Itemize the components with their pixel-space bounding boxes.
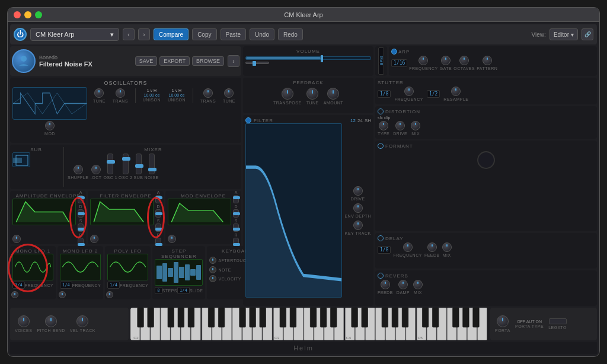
amplitude-env-knob[interactable]	[12, 235, 21, 243]
filter-power[interactable]	[245, 117, 251, 123]
osc2-fader[interactable]	[123, 154, 129, 174]
filter-decay-slider[interactable]	[155, 209, 161, 218]
mod-decay-slider[interactable]	[233, 209, 239, 218]
osc1-fader[interactable]	[107, 154, 113, 174]
formant-power[interactable]	[378, 143, 384, 149]
filter-slope1[interactable]: 12	[350, 118, 356, 123]
stutter-frequency-knob[interactable]: FREQUENCY	[394, 87, 423, 101]
noise-fader[interactable]	[149, 154, 155, 174]
filter-envelope-label: FILTER ENVELOPE	[90, 193, 161, 199]
step-bar-5[interactable]	[179, 267, 184, 279]
step-bar-7[interactable]	[190, 269, 196, 276]
pitch-bend-knob[interactable]: PITCH BEND	[37, 315, 65, 333]
editor-view-button[interactable]: Editor ▾	[550, 28, 578, 40]
poly-lfo-knob[interactable]	[106, 291, 113, 298]
redo-button[interactable]: Redo	[278, 28, 303, 40]
osc1-trans-knob[interactable]: TRANS	[113, 88, 128, 103]
export-button[interactable]: EXPORT	[159, 56, 190, 66]
step-bar-3[interactable]	[168, 268, 173, 277]
svg-rect-59	[392, 308, 398, 327]
undo-button[interactable]: Undo	[250, 28, 274, 40]
svg-rect-53	[310, 308, 317, 327]
formant-dial[interactable]	[477, 151, 495, 169]
arp-octaves-knob[interactable]: OCTAVES	[453, 56, 475, 71]
preset-nav-arrow[interactable]: ›	[228, 55, 239, 67]
paste-button[interactable]: Paste	[221, 28, 247, 40]
osc1-tune-knob[interactable]: TUNE	[93, 88, 106, 103]
shuffle-knob[interactable]: SHUFFLE	[68, 165, 88, 180]
vel-track-knob[interactable]: VEL TRACK	[70, 315, 95, 333]
feedback-amount-knob[interactable]: AMOUNT	[324, 88, 343, 105]
distortion-power[interactable]	[378, 108, 384, 114]
osc2-trans-knob[interactable]: TRANS	[200, 88, 216, 103]
attack-slider[interactable]	[78, 195, 84, 203]
filter-release-slider[interactable]	[155, 238, 161, 246]
distortion-type-knob[interactable]: TYPE	[378, 121, 389, 136]
mod-release-slider[interactable]	[233, 238, 239, 246]
step-bar-4[interactable]	[174, 262, 179, 283]
mod-env-knob[interactable]	[168, 235, 176, 243]
filter-slope2[interactable]: 24	[357, 118, 363, 123]
nav-back-button[interactable]: ‹	[123, 28, 135, 40]
voices-knob[interactable]: VOICES	[15, 315, 32, 333]
reverb-mix-knob[interactable]: MIX	[413, 280, 423, 295]
arp-gate-knob[interactable]: GATE	[440, 56, 452, 71]
step-bar-1[interactable]	[156, 266, 162, 279]
link-button[interactable]: 🔗	[582, 28, 593, 40]
preset-dropdown[interactable]: CM Kleer Arp ▾	[30, 28, 119, 41]
delay-feedb-knob[interactable]: FEEDB	[424, 242, 440, 257]
maximize-button[interactable]	[35, 11, 42, 18]
feedback-transpose-knob[interactable]: TRANSPOSE	[273, 88, 302, 105]
nav-forward-button[interactable]: ›	[138, 28, 150, 40]
step-bar-8[interactable]	[196, 265, 202, 280]
mono-lfo1-display	[12, 254, 53, 280]
feedback-tune-knob[interactable]: TUNE	[306, 88, 319, 105]
filter-env-depth-knob[interactable]: ENV DEPTH	[344, 203, 371, 218]
power-button[interactable]: ⏻	[14, 28, 27, 41]
arp-frequency-knob[interactable]: FREQUENCY	[409, 56, 437, 71]
porta-knob[interactable]: PORTA	[495, 315, 510, 333]
distortion-drive-knob[interactable]: DRIVE	[393, 121, 407, 136]
copy-button[interactable]: Copy	[192, 28, 216, 40]
step-bar-6[interactable]	[185, 264, 190, 280]
reverb-feedb-knob[interactable]: FEEDB	[378, 280, 393, 295]
decay-slider[interactable]	[78, 209, 84, 218]
reverb-damp-knob[interactable]: DAMP	[397, 280, 410, 295]
mod-sustain-slider[interactable]	[233, 223, 239, 232]
arp-pattern-knob[interactable]: PATTERN	[477, 56, 497, 71]
sub-fader[interactable]	[136, 154, 142, 174]
filter-drive-knob[interactable]: DRIVE	[351, 186, 365, 201]
mod-attack-slider[interactable]	[233, 195, 239, 203]
delay-frequency-knob[interactable]: FREQUENCY	[393, 242, 421, 257]
sustain-slider[interactable]	[78, 223, 84, 232]
volume-slider[interactable]	[245, 56, 371, 60]
oct-knob[interactable]: -OCT	[90, 165, 101, 180]
volume-fader[interactable]	[245, 62, 269, 64]
compare-button[interactable]: Compare	[154, 28, 189, 40]
legato-toggle[interactable]	[549, 318, 567, 324]
formant-panel: FORMANT	[375, 141, 597, 231]
release-slider[interactable]	[78, 238, 84, 246]
lfo2-knob[interactable]	[59, 291, 66, 298]
filter-type[interactable]: SH	[365, 118, 371, 123]
osc2-tune-knob[interactable]: TUNE	[223, 88, 235, 103]
filter-env-knob[interactable]	[90, 235, 98, 243]
lfo1-knob[interactable]	[11, 291, 18, 298]
stutter-resample-knob[interactable]: RESAMPLE	[443, 87, 468, 101]
close-button[interactable]	[14, 11, 21, 18]
save-button[interactable]: SAVE	[135, 56, 157, 66]
distortion-mix-knob[interactable]: MIX	[411, 121, 420, 136]
delay-mix-knob[interactable]: MIX	[442, 242, 452, 257]
reverb-power[interactable]	[378, 273, 384, 279]
delay-power[interactable]	[378, 235, 384, 241]
filter-key-track-knob[interactable]: KEY TRACK	[345, 221, 371, 235]
browse-button[interactable]: BROWSE	[192, 56, 224, 66]
step-bar-2[interactable]	[162, 263, 168, 282]
minimize-button[interactable]	[24, 11, 31, 18]
filter-sustain-slider[interactable]	[155, 223, 161, 232]
osc-mod-knob[interactable]: MOD	[44, 121, 55, 136]
svg-rect-54	[320, 308, 327, 327]
filter-attack-slider[interactable]	[155, 195, 161, 203]
arp-power[interactable]	[391, 49, 397, 55]
preset-browser: Bonedo Filtered Noise FX SAVE EXPORT BRO…	[10, 46, 241, 76]
